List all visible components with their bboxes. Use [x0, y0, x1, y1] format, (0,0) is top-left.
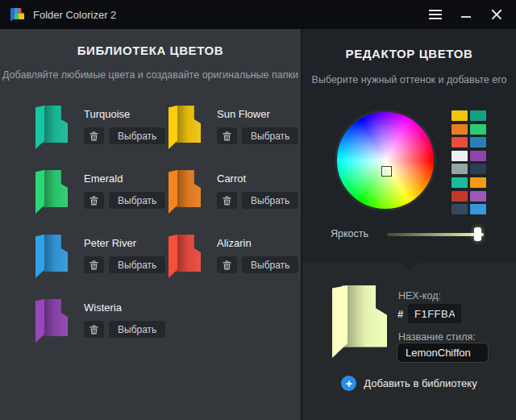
brightness-track[interactable] — [387, 233, 484, 236]
trash-icon — [223, 196, 231, 206]
library-item: Emerald Выбрать — [35, 170, 169, 235]
select-button[interactable]: Выбрать — [109, 127, 165, 144]
palette-swatch[interactable] — [470, 164, 486, 174]
delete-folder-button[interactable] — [84, 321, 104, 338]
select-button[interactable]: Выбрать — [109, 192, 165, 209]
library-item: Wisteria Выбрать — [35, 299, 169, 364]
editor-bottom-section: HEX-код: # Название стиля: + Добавить в … — [302, 263, 516, 420]
menu-button[interactable] — [424, 4, 447, 25]
library-folder-icon — [35, 106, 68, 149]
palette-swatch[interactable] — [470, 110, 486, 121]
library-item: Carrot Выбрать — [169, 170, 302, 235]
minimize-button[interactable] — [455, 4, 477, 25]
library-item: Alizarin Выбрать — [169, 235, 302, 299]
palette-grid — [452, 110, 486, 214]
preview-folder — [332, 285, 387, 358]
delete-folder-button[interactable] — [217, 256, 237, 273]
trash-icon — [89, 131, 98, 141]
hex-label: HEX-код: — [398, 290, 441, 301]
folder-name: Turquoise — [84, 108, 165, 120]
palette-swatch[interactable] — [470, 137, 486, 148]
folder-name: Wisteria — [84, 301, 165, 314]
close-button[interactable] — [485, 4, 508, 25]
select-button[interactable]: Выбрать — [242, 256, 298, 273]
palette-swatch[interactable] — [452, 124, 468, 135]
library-subtitle: Добавляйте любимые цвета и создавайте ор… — [0, 69, 301, 81]
color-wheel-selector[interactable] — [382, 167, 391, 176]
folder-name: Peter River — [84, 237, 165, 249]
palette-swatch[interactable] — [452, 137, 468, 148]
hex-input[interactable] — [408, 304, 461, 323]
select-button[interactable]: Выбрать — [109, 321, 165, 338]
titlebar: Folder Colorizer 2 — [0, 0, 516, 29]
window-title: Folder Colorizer 2 — [33, 9, 116, 21]
library-item: Peter River Выбрать — [35, 235, 169, 299]
hamburger-icon — [429, 10, 442, 19]
style-name-input[interactable] — [397, 343, 489, 363]
editor-panel: РЕДАКТОР ЦВЕТОВ Выберите нужный оттенок … — [301, 29, 516, 420]
delete-folder-button[interactable] — [84, 127, 104, 144]
palette-swatch[interactable] — [452, 191, 468, 202]
brightness-label: Яркость — [331, 228, 368, 239]
close-icon — [491, 9, 502, 20]
folder-name: Emerald — [84, 173, 165, 185]
palette-swatch[interactable] — [470, 191, 486, 202]
app-logo-icon — [10, 8, 24, 22]
delete-folder-button[interactable] — [217, 192, 237, 209]
palette-swatch[interactable] — [452, 151, 468, 161]
palette-swatch[interactable] — [452, 177, 468, 188]
library-panel: БИБЛИОТЕКА ЦВЕТОВ Добавляйте любимые цве… — [0, 29, 301, 420]
editor-subtitle: Выберите нужный оттенок и добавьте его — [302, 74, 516, 85]
library-folder-icon — [35, 235, 68, 278]
color-wheel[interactable] — [335, 110, 436, 211]
library-folder-icon — [169, 235, 201, 278]
select-button[interactable]: Выбрать — [242, 127, 298, 144]
trash-icon — [89, 325, 98, 335]
library-folder-icon — [35, 299, 68, 343]
library-folder-icon — [169, 106, 201, 149]
palette-swatch[interactable] — [470, 204, 486, 214]
trash-icon — [89, 196, 98, 206]
style-name-label: Название стиля: — [398, 331, 476, 343]
brightness-thumb[interactable] — [474, 227, 481, 241]
select-button[interactable]: Выбрать — [109, 256, 165, 273]
palette-swatch[interactable] — [470, 177, 486, 188]
hex-prefix: # — [397, 308, 403, 320]
folder-name: Alizarin — [217, 237, 298, 249]
delete-folder-button[interactable] — [84, 192, 104, 209]
preview-folder-icon — [332, 285, 387, 358]
library-item: Sun Flower Выбрать — [169, 106, 302, 170]
plus-icon: + — [341, 376, 356, 391]
palette-swatch[interactable] — [470, 124, 486, 135]
delete-folder-button[interactable] — [84, 256, 104, 273]
minimize-icon — [461, 16, 471, 18]
library-folder-icon — [169, 170, 201, 214]
trash-icon — [223, 260, 231, 270]
editor-title: РЕДАКТОР ЦВЕТОВ — [302, 47, 516, 60]
add-to-library-button[interactable]: + Добавить в библиотеку — [302, 376, 516, 391]
folder-name: Carrot — [217, 173, 298, 185]
folder-name: Sun Flower — [217, 108, 298, 120]
palette-swatch[interactable] — [452, 110, 468, 121]
trash-icon — [223, 131, 231, 141]
select-button[interactable]: Выбрать — [242, 192, 298, 209]
palette-swatch[interactable] — [470, 151, 486, 161]
library-list: Turquoise Выбрать — [35, 106, 302, 364]
library-item: Turquoise Выбрать — [35, 106, 169, 170]
palette-swatch[interactable] — [452, 204, 468, 214]
window-controls — [424, 4, 508, 25]
library-title: БИБЛИОТЕКА ЦВЕТОВ — [0, 44, 301, 57]
delete-folder-button[interactable] — [217, 127, 237, 144]
palette-swatch[interactable] — [452, 164, 468, 174]
library-folder-icon — [35, 170, 68, 214]
trash-icon — [89, 260, 98, 270]
add-to-library-label: Добавить в библиотеку — [364, 377, 476, 389]
